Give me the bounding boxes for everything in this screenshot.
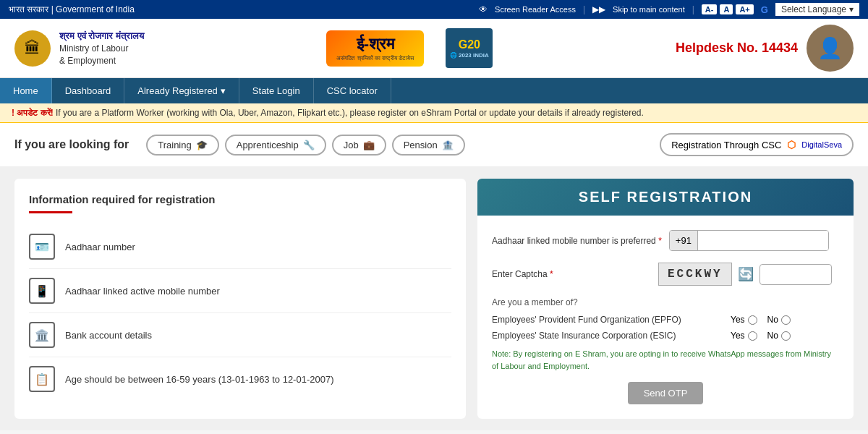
esic-label: Employees' State Insurance Corporation (…: [492, 331, 723, 341]
top-bar-right: 👁 Screen Reader Access | ▶▶ Skip to main…: [479, 3, 859, 16]
yes-label-2: Yes: [731, 331, 745, 341]
esic-yes-radio[interactable]: [748, 331, 757, 341]
member-question: Are you a member of?: [492, 297, 839, 307]
eshram-logo: ई-श्रम असंगठित श्रमिकों का राष्ट्रीय डेट…: [326, 30, 424, 67]
looking-for-left: If you are looking for Training 🎓 Appren…: [14, 135, 465, 156]
header-left: 🏛 श्रम एवं रोजगार मंत्रालय Ministry of L…: [14, 30, 144, 67]
phone-input-group: +91: [669, 230, 829, 251]
list-item: 📱 Aadhaar linked active mobile number: [29, 269, 451, 313]
nav-item-home[interactable]: Home: [0, 78, 52, 103]
age-label: Age should be between 16-59 years (13-01…: [65, 374, 333, 385]
nav-item-dashboard[interactable]: Dashboard: [52, 78, 125, 103]
select-language-button[interactable]: Select Language ▾: [775, 3, 859, 16]
list-item: 🏛️ Bank account details: [29, 313, 451, 357]
emblem-logo: 🏛: [14, 30, 51, 67]
header-right: Helpdesk No. 14434 👤: [676, 25, 854, 72]
screen-reader-icon: 👁: [479, 4, 488, 14]
apprenticeship-icon: 🔧: [303, 140, 315, 150]
double-arrow-icon: ▶▶: [592, 4, 605, 14]
nav-item-state-login[interactable]: State Login: [239, 78, 314, 103]
looking-for-section: If you are looking for Training 🎓 Appren…: [0, 123, 868, 167]
phone-prefix: +91: [670, 231, 698, 250]
whatsapp-note: Note: By registering on E Shram, you are…: [492, 348, 839, 372]
registration-panel: SELF REGISTRATION Aadhaar linked mobile …: [477, 179, 854, 419]
header: 🏛 श्रम एवं रोजगार मंत्रालय Ministry of L…: [0, 19, 868, 78]
training-label: Training: [158, 140, 191, 150]
pension-icon: 🏦: [442, 140, 454, 150]
nav-item-already-registered[interactable]: Already Registered ▾: [124, 78, 239, 103]
alert-hindi: ! अपडेट करें!: [12, 108, 54, 118]
epfo-no-radio[interactable]: [781, 315, 791, 325]
epfo-yes-group: Yes: [731, 315, 757, 325]
filter-job-button[interactable]: Job 💼: [332, 135, 386, 156]
top-bar-left: भारत सरकार | Government of India: [9, 4, 135, 14]
font-normal-button[interactable]: A: [720, 4, 733, 14]
pension-label: Pension: [404, 140, 438, 150]
bank-icon: 🏛️: [29, 322, 55, 348]
registration-csc-button[interactable]: Registration Through CSC ⬡ DigitalSeva: [660, 133, 854, 156]
esic-no-radio[interactable]: [781, 331, 791, 341]
font-controls: A- A A+: [702, 4, 754, 14]
reg-title: SELF REGISTRATION: [492, 189, 839, 205]
captcha-image: ECCKWY: [658, 263, 732, 286]
info-panel-title: Information required for registration: [29, 193, 451, 205]
captcha-row: Enter Captcha * ECCKWY 🔄: [492, 263, 839, 286]
font-decrease-button[interactable]: A-: [702, 4, 718, 14]
csc-icon: ⬡: [787, 139, 796, 150]
reg-body: Aadhaar linked mobile number is preferre…: [477, 216, 854, 419]
chevron-down-icon: ▾: [849, 4, 854, 14]
send-otp-button[interactable]: Send OTP: [628, 382, 704, 404]
skip-main-link[interactable]: Skip to main content: [613, 5, 685, 14]
epfo-no-group: No: [767, 315, 791, 325]
google-icon: G: [761, 4, 768, 15]
captcha-label: Enter Captcha *: [492, 269, 651, 279]
filter-pension-button[interactable]: Pension 🏦: [392, 135, 465, 156]
epfo-yes-radio[interactable]: [748, 315, 757, 325]
bank-label: Bank account details: [65, 330, 152, 341]
chevron-down-icon: ▾: [221, 85, 226, 96]
filter-apprenticeship-button[interactable]: Apprenticeship 🔧: [225, 135, 326, 156]
font-increase-button[interactable]: A+: [736, 4, 753, 14]
epfo-options: Yes No: [731, 315, 791, 325]
captcha-required: *: [550, 269, 553, 279]
g20-logo: G20 🌐 2023 INDIA: [446, 28, 493, 68]
esic-row: Employees' State Insurance Corporation (…: [492, 331, 839, 341]
top-bar: भारत सरकार | Government of India 👁 Scree…: [0, 0, 868, 19]
esic-options: Yes No: [731, 331, 791, 341]
age-icon: 📋: [29, 366, 55, 392]
reg-header: SELF REGISTRATION: [477, 179, 854, 216]
alert-bar: ! अपडेट करें! If you are a Platform Work…: [0, 103, 868, 123]
captcha-refresh-button[interactable]: 🔄: [738, 266, 754, 282]
mobile-input[interactable]: [698, 231, 828, 250]
no-label-2: No: [767, 331, 778, 341]
captcha-group: ECCKWY 🔄: [658, 263, 832, 286]
filter-training-button[interactable]: Training 🎓: [146, 135, 218, 156]
epfo-label: Employees' Provident Fund Organization (…: [492, 315, 723, 325]
csc-label: Registration Through CSC: [671, 140, 781, 150]
helpdesk-number: Helpdesk No. 14434: [676, 41, 798, 56]
epfo-row: Employees' Provident Fund Organization (…: [492, 315, 839, 325]
aadhaar-icon: 🪪: [29, 234, 55, 260]
list-item: 🪪 Aadhaar number: [29, 225, 451, 269]
info-divider: [29, 211, 72, 213]
esic-no-group: No: [767, 331, 791, 341]
mobile-field-label: Aadhaar linked mobile number is preferre…: [492, 236, 662, 246]
list-item: 📋 Age should be between 16-59 years (13-…: [29, 357, 451, 401]
ministry-english-1: Ministry of Labour: [59, 43, 144, 55]
ministry-text: श्रम एवं रोजगार मंत्रालय Ministry of Lab…: [59, 30, 144, 67]
ministry-hindi: श्रम एवं रोजगार मंत्रालय: [59, 30, 144, 43]
training-icon: 🎓: [196, 140, 208, 150]
main-nav: Home Dashboard Already Registered ▾ Stat…: [0, 78, 868, 103]
nav-item-csc-locator[interactable]: CSC locator: [314, 78, 391, 103]
digital-seva-label: DigitalSeva: [801, 140, 842, 149]
captcha-input[interactable]: [760, 264, 832, 285]
header-center: ई-श्रम असंगठित श्रमिकों का राष्ट्रीय डेट…: [326, 28, 493, 68]
mobile-icon: 📱: [29, 278, 55, 304]
main-content: Information required for registration 🪪 …: [0, 167, 868, 430]
alert-message: If you are a Platform Worker (working wi…: [56, 108, 644, 118]
no-label: No: [767, 315, 778, 325]
job-label: Job: [344, 140, 359, 150]
apprenticeship-label: Apprenticeship: [237, 140, 299, 150]
screen-reader-link[interactable]: Screen Reader Access: [495, 5, 576, 14]
job-icon: 💼: [363, 140, 375, 150]
